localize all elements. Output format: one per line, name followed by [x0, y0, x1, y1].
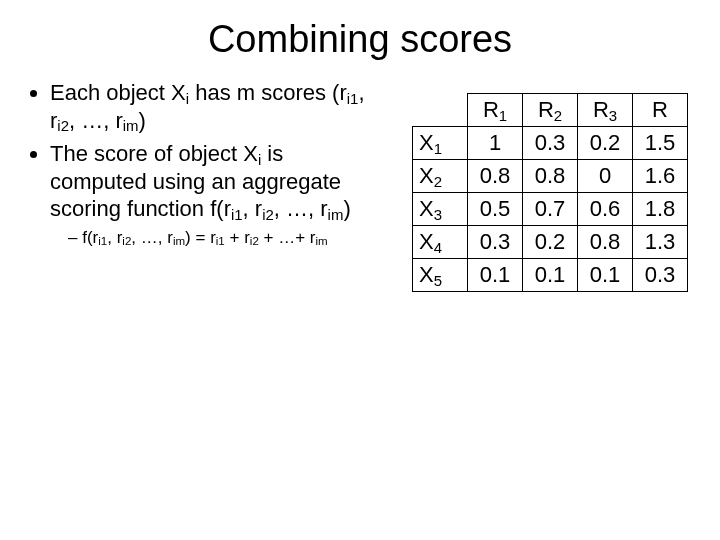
- table-row: X5 0.1 0.1 0.1 0.3: [413, 259, 688, 292]
- cell: 0.2: [523, 226, 578, 259]
- score-table: R1 R2 R3 R X1 1 0.3 0.2 1.5 X2 0.8 0.8 0: [412, 93, 688, 292]
- cell: 0.7: [523, 193, 578, 226]
- cell: 0.1: [523, 259, 578, 292]
- col-header: R: [633, 94, 688, 127]
- cell: 1.8: [633, 193, 688, 226]
- row-header: X5: [413, 259, 468, 292]
- cell: 0.8: [578, 226, 633, 259]
- row-header: X2: [413, 160, 468, 193]
- row-header: X3: [413, 193, 468, 226]
- cell: 1.5: [633, 127, 688, 160]
- slide: Combining scores Each object Xi has m sc…: [0, 0, 720, 540]
- sub-bullet-1: f(ri1, ri2, …, rim) = ri1 + ri2 + …+ rim: [68, 227, 383, 248]
- row-header: X1: [413, 127, 468, 160]
- slide-body: Each object Xi has m scores (ri1, ri2, ……: [0, 69, 720, 292]
- cell: 0.5: [468, 193, 523, 226]
- cell: 0.3: [468, 226, 523, 259]
- cell: 1.6: [633, 160, 688, 193]
- table-row: X2 0.8 0.8 0 1.6: [413, 160, 688, 193]
- cell: 0.3: [633, 259, 688, 292]
- table-row: X4 0.3 0.2 0.8 1.3: [413, 226, 688, 259]
- cell: 0.6: [578, 193, 633, 226]
- cell: 1: [468, 127, 523, 160]
- row-header: X4: [413, 226, 468, 259]
- table-row: X3 0.5 0.7 0.6 1.8: [413, 193, 688, 226]
- bullet-1: Each object Xi has m scores (ri1, ri2, ……: [50, 79, 383, 134]
- cell: 0.8: [468, 160, 523, 193]
- cell: 0.1: [578, 259, 633, 292]
- cell: 0.8: [523, 160, 578, 193]
- cell: 0.2: [578, 127, 633, 160]
- slide-title: Combining scores: [0, 0, 720, 69]
- table-corner: [413, 94, 468, 127]
- cell: 0.1: [468, 259, 523, 292]
- bullet-column: Each object Xi has m scores (ri1, ri2, ……: [28, 79, 383, 292]
- col-header: R2: [523, 94, 578, 127]
- bullet-2: The score of object Xi is computed using…: [50, 140, 383, 248]
- cell: 0.3: [523, 127, 578, 160]
- col-header: R3: [578, 94, 633, 127]
- cell: 1.3: [633, 226, 688, 259]
- col-header: R1: [468, 94, 523, 127]
- table-column: R1 R2 R3 R X1 1 0.3 0.2 1.5 X2 0.8 0.8 0: [383, 79, 692, 292]
- table-row: X1 1 0.3 0.2 1.5: [413, 127, 688, 160]
- table-header-row: R1 R2 R3 R: [413, 94, 688, 127]
- cell: 0: [578, 160, 633, 193]
